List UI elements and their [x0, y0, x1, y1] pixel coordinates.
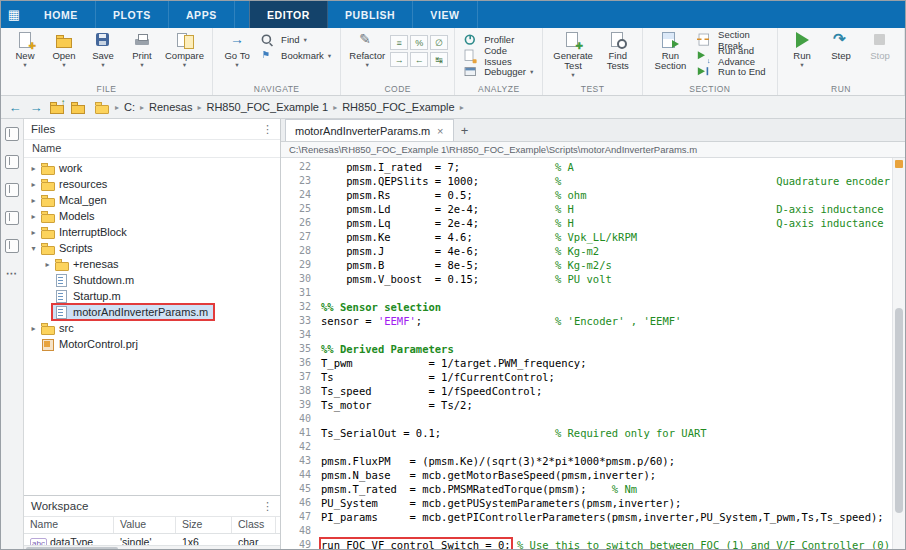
uncomment-icon[interactable]: ∅	[430, 35, 448, 50]
workspace-panel-icon[interactable]	[5, 155, 19, 169]
debugger-button[interactable]: Debugger▼	[461, 64, 536, 79]
code-line-24[interactable]: 24 pmsm.Rs = 0.5; % ohm	[281, 188, 893, 202]
code-line-48[interactable]: 48	[281, 524, 893, 538]
editor-tab-motorandinverterparams[interactable]: motorAndInverterParams.m ×	[285, 119, 454, 141]
file-tree-item-motorcontrol-prj[interactable]: MotorControl.prj	[24, 336, 280, 352]
line-number[interactable]: 32	[281, 300, 321, 314]
editor-layout-icon[interactable]	[5, 183, 19, 197]
code-line-40[interactable]: 40	[281, 412, 893, 426]
code-line-36[interactable]: 36T_pwm = 1/target.PWM_frequency;	[281, 356, 893, 370]
line-number[interactable]: 43	[281, 454, 321, 468]
app-menu-icon[interactable]	[1, 1, 27, 28]
up-folder-icon[interactable]: ↑	[49, 99, 65, 115]
code-line-34[interactable]: 34	[281, 328, 893, 342]
files-panel-menu-icon[interactable]: ⋮	[262, 123, 273, 136]
file-tree-item-src[interactable]: ▸src	[24, 320, 280, 336]
close-icon[interactable]: ×	[437, 125, 443, 137]
open-button[interactable]: Open▼	[46, 30, 82, 69]
chevron-expanded-icon[interactable]: ▾	[28, 244, 39, 253]
chevron-collapsed-icon[interactable]: ▸	[28, 180, 39, 189]
line-number[interactable]: 35	[281, 342, 321, 356]
file-tree-item-startup-m[interactable]: Startup.m	[24, 288, 280, 304]
chevron-collapsed-icon[interactable]: ▸	[28, 228, 39, 237]
line-number[interactable]: 42	[281, 440, 321, 454]
code-line-39[interactable]: 39Ts_motor = Ts/2;	[281, 398, 893, 412]
breadcrumb-item-renesas[interactable]: Renesas	[149, 101, 192, 113]
ribbon-tab-home[interactable]: HOME	[27, 1, 96, 28]
step-button[interactable]: Step	[823, 30, 859, 62]
generate-test-button[interactable]: Generate Test▼	[549, 30, 596, 79]
scrollbar-thumb[interactable]	[895, 308, 903, 513]
ribbon-tab-editor[interactable]: EDITOR	[249, 1, 328, 28]
history-panel-icon[interactable]	[5, 239, 19, 253]
workspace-menu-icon[interactable]: ⋮	[262, 500, 273, 513]
line-number[interactable]: 23	[281, 174, 321, 188]
workspace-column-class[interactable]: Class	[232, 517, 276, 533]
code-line-26[interactable]: 26 pmsm.Lq = 2e-4; % H Q-axis inductance	[281, 216, 893, 230]
go-to-button[interactable]: Go To▼	[219, 30, 255, 69]
chevron-collapsed-icon[interactable]: ▸	[42, 260, 53, 269]
indent-icon[interactable]: →	[390, 52, 408, 67]
ribbon-tab-plots[interactable]: PLOTS	[96, 1, 169, 28]
panels-icon[interactable]	[5, 211, 19, 225]
file-tree-item-models[interactable]: ▸Models	[24, 208, 280, 224]
code-line-49[interactable]: 49run_FOC_VF_control_Switch = 0; % Use t…	[281, 538, 893, 550]
run-and-advance-button[interactable]: Run and Advance	[695, 48, 771, 63]
code-line-35[interactable]: 35%% Derived Parameters	[281, 342, 893, 356]
forward-icon[interactable]: →	[28, 99, 44, 115]
line-number[interactable]: 44	[281, 468, 321, 482]
code-line-22[interactable]: 22 pmsm.I_rated = 7; % A	[281, 160, 893, 174]
breadcrumb-item-rh850-foc-example-1[interactable]: RH850_FOC_Example 1	[206, 101, 328, 113]
line-number[interactable]: 38	[281, 384, 321, 398]
find-button[interactable]: Find▼	[258, 32, 334, 47]
more-icon[interactable]: ⋯	[6, 267, 18, 280]
new-tab-button[interactable]: +	[454, 120, 476, 141]
ribbon-tab-publish[interactable]: PUBLISH	[328, 1, 413, 28]
line-number[interactable]: 22	[281, 160, 321, 174]
refactor-button[interactable]: Refactor▼	[347, 30, 387, 69]
code-line-43[interactable]: 43pmsm.FluxPM = (pmsm.Ke)/(sqrt(3)*2*pi*…	[281, 454, 893, 468]
workspace-hscrollbar[interactable]	[24, 545, 280, 550]
breadcrumb-item-c[interactable]: C:	[124, 101, 135, 113]
back-icon[interactable]: ←	[7, 99, 23, 115]
bookmark-button[interactable]: Bookmark▼	[258, 48, 334, 63]
file-tree-item-resources[interactable]: ▸resources	[24, 176, 280, 192]
code-line-28[interactable]: 28 pmsm.J = 4e-6; % Kg-m2	[281, 244, 893, 258]
code-line-44[interactable]: 44pmsm.N_base = mcb.getMotorBaseSpeed(pm…	[281, 468, 893, 482]
line-number[interactable]: 28	[281, 244, 321, 258]
workspace-column-name[interactable]: Name	[24, 517, 114, 533]
run-to-end-button[interactable]: Run to End	[695, 64, 771, 79]
chevron-collapsed-icon[interactable]: ▸	[28, 164, 39, 173]
code-line-27[interactable]: 27 pmsm.Ke = 4.6; % Vpk_LL/kRPM	[281, 230, 893, 244]
code-analyzer-indicator[interactable]	[895, 160, 903, 168]
file-tree-item-interruptblock[interactable]: ▸InterruptBlock	[24, 224, 280, 240]
code-line-30[interactable]: 30 pmsm.V_boost = 0.15; % PU volt	[281, 272, 893, 286]
file-tree-item-motorandinverterparams-m[interactable]: motorAndInverterParams.m	[24, 304, 280, 320]
comment-icon[interactable]: %	[410, 35, 428, 50]
code-issues-button[interactable]: Code Issues	[461, 48, 536, 63]
run-button[interactable]: Run▼	[784, 30, 820, 69]
code-line-29[interactable]: 29 pmsm.B = 8e-5; % Kg-m2/s	[281, 258, 893, 272]
line-number[interactable]: 46	[281, 496, 321, 510]
workspace-column-value[interactable]: Value	[114, 517, 176, 533]
breadcrumb-item-rh850-foc-example[interactable]: RH850_FOC_Example	[342, 101, 455, 113]
outdent-icon[interactable]: ←	[410, 52, 428, 67]
smart-indent-icon[interactable]: ↹	[430, 52, 448, 67]
new-button[interactable]: New▼	[7, 30, 43, 69]
line-number[interactable]: 29	[281, 258, 321, 272]
ribbon-tab-apps[interactable]: APPS	[169, 1, 235, 28]
line-number[interactable]: 34	[281, 328, 321, 342]
line-number[interactable]: 39	[281, 398, 321, 412]
line-number[interactable]: 25	[281, 202, 321, 216]
line-number[interactable]: 45	[281, 482, 321, 496]
code-line-23[interactable]: 23 pmsm.QEPSlits = 1000; % Quadrature en…	[281, 174, 893, 188]
run-section-button[interactable]: Run Section	[649, 30, 692, 72]
line-number[interactable]: 30	[281, 272, 321, 286]
line-number[interactable]: 48	[281, 524, 321, 538]
code-line-37[interactable]: 37Ts = 1/fCurrentControl;	[281, 370, 893, 384]
code-line-31[interactable]: 31	[281, 286, 893, 300]
line-number[interactable]: 27	[281, 230, 321, 244]
editor-vscrollbar[interactable]	[892, 158, 905, 550]
file-tree-item-renesas[interactable]: ▸+renesas	[24, 256, 280, 272]
line-number[interactable]: 47	[281, 510, 321, 524]
